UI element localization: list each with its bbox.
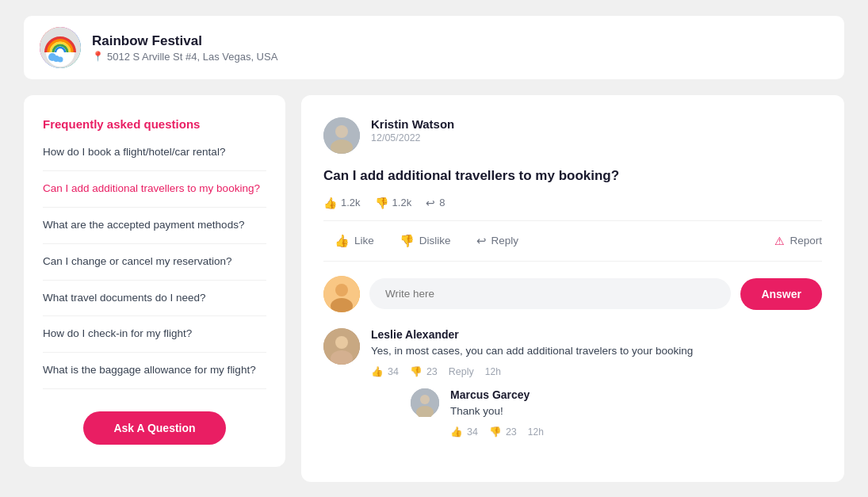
marcus-comment-actions: 👍 34 👎 23 12h [450,426,822,438]
ask-question-button[interactable]: Ask A Question [83,411,226,445]
dislike-count: 1.2k [392,197,412,208]
author-avatar [323,117,360,154]
answer-input[interactable] [369,278,731,309]
org-address: 📍 5012 S Arville St #4, Las Vegas, USA [92,51,277,63]
answer-row: Answer [323,276,822,312]
author-name: Kristin Watson [371,117,454,131]
faq-item-1[interactable]: How do I book a flight/hotel/car rental? [43,145,266,171]
org-name: Rainbow Festival [92,33,277,49]
stats-row: 👍 1.2k 👎 1.2k ↩ 8 [323,197,822,209]
leslie-like-icon: 👍 [371,365,384,377]
svg-point-4 [58,57,63,63]
org-logo [40,27,81,68]
thumb-down-icon: 👎 [375,197,388,209]
faq-panel: Frequently asked questions How do I book… [24,95,285,467]
report-icon: ⚠ [774,235,785,247]
header: Rainbow Festival 📍 5012 S Arville St #4,… [24,16,844,79]
comment-leslie: Leslie Alexander Yes, in most cases, you… [323,328,822,451]
faq-item-7[interactable]: What is the baggage allowance for my fli… [43,353,266,389]
marcus-avatar [411,388,439,417]
header-info: Rainbow Festival 📍 5012 S Arville St #4,… [92,33,277,63]
leslie-dislike-button[interactable]: 👎 23 [410,365,438,377]
faq-item-5[interactable]: What travel documents do I need? [43,281,266,317]
faq-item-6[interactable]: How do I check-in for my flight? [43,316,266,353]
reply-button[interactable]: ↩ Reply [465,229,530,253]
qa-panel: Kristin Watson 12/05/2022 Can I add addi… [301,95,844,482]
question-text: Can I add additional travellers to my bo… [323,166,822,185]
comment-marcus: Marcus Garcey Thank you! 👍 34 👎 23 [411,388,822,438]
leslie-like-button[interactable]: 👍 34 [371,365,399,377]
svg-point-15 [420,395,430,404]
leslie-comment-actions: 👍 34 👎 23 Reply 12h [371,365,822,377]
page-wrapper: Rainbow Festival 📍 5012 S Arville St #4,… [0,0,868,497]
like-label: Like [354,235,374,247]
faq-item-4[interactable]: Can I change or cancel my reservation? [43,244,266,281]
like-count: 1.2k [341,197,361,208]
thumb-up-icon: 👍 [323,197,337,209]
marcus-text: Thank you! [450,403,822,419]
leslie-comment-body: Leslie Alexander Yes, in most cases, you… [371,328,822,451]
pin-icon: 📍 [92,51,104,62]
author-meta: Kristin Watson 12/05/2022 [371,117,454,143]
leslie-dislike-icon: 👎 [410,365,423,377]
marcus-comment-body: Marcus Garcey Thank you! 👍 34 👎 23 [450,388,822,438]
answer-submit-button[interactable]: Answer [740,278,822,310]
faq-list: How do I book a flight/hotel/car rental?… [43,145,266,389]
writer-avatar [323,276,360,312]
like-icon: 👍 [335,234,350,248]
marcus-dislike-icon: 👎 [489,426,502,438]
marcus-time: 12h [528,426,544,438]
faq-title: Frequently asked questions [43,117,266,131]
reply-label: Reply [491,235,519,247]
share-count: 8 [439,197,445,208]
dislike-label: Dislike [419,235,451,247]
faq-item-3[interactable]: What are the accepted payment methods? [43,208,266,244]
share-stat: ↩ 8 [426,197,445,209]
like-button[interactable]: 👍 Like [323,229,385,253]
svg-point-6 [335,125,348,138]
svg-point-9 [335,284,348,296]
actions-row: 👍 Like 👎 Dislike ↩ Reply ⚠ Report [323,220,822,262]
svg-point-12 [335,336,348,349]
author-date: 12/05/2022 [371,132,454,143]
leslie-avatar [323,328,360,365]
marcus-like-button[interactable]: 👍 34 [450,426,478,438]
question-header: Kristin Watson 12/05/2022 [323,117,822,154]
leslie-name: Leslie Alexander [371,328,822,341]
marcus-dislike-button[interactable]: 👎 23 [489,426,517,438]
dislike-icon: 👎 [400,234,415,248]
reply-icon: ↩ [476,234,487,248]
leslie-likes: 34 [388,366,399,377]
leslie-dislikes: 23 [426,366,438,377]
like-stat: 👍 1.2k [323,197,361,209]
marcus-name: Marcus Garcey [450,388,822,401]
report-label: Report [790,235,822,247]
marcus-likes: 34 [467,426,478,438]
report-button[interactable]: ⚠ Report [774,235,822,247]
leslie-time: 12h [485,366,501,377]
leslie-text: Yes, in most cases, you can add addition… [371,343,822,359]
share-icon: ↩ [426,197,435,209]
marcus-like-icon: 👍 [450,426,463,438]
faq-item-2[interactable]: Can I add additional travellers to my bo… [43,171,266,208]
marcus-dislikes: 23 [506,426,517,438]
leslie-reply-button[interactable]: Reply [449,366,474,377]
main-content: Frequently asked questions How do I book… [24,95,844,482]
dislike-button[interactable]: 👎 Dislike [388,229,462,253]
dislike-stat: 👎 1.2k [375,197,412,209]
